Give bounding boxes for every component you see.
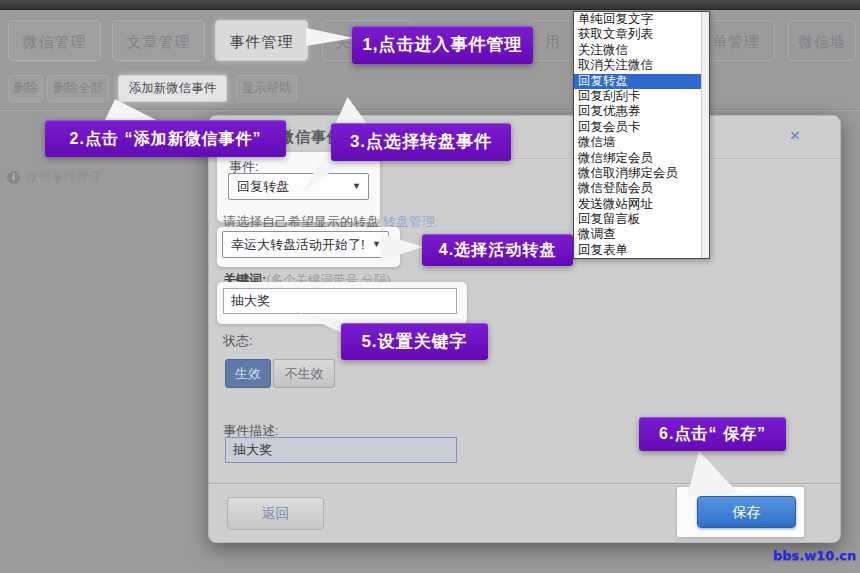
dropdown-option[interactable]: 取消关注微信 xyxy=(574,58,709,73)
back-button[interactable]: 返回 xyxy=(227,497,324,530)
dropdown-option[interactable]: 回复刮刮卡 xyxy=(574,89,709,104)
page-info: i 微信事件管理 xyxy=(7,169,101,186)
dropdown-option[interactable]: 微信登陆会员 xyxy=(574,181,709,196)
window-top-strip xyxy=(0,0,860,10)
event-type-select[interactable]: 回复转盘 ▼ xyxy=(228,173,369,200)
callout-step6: 6.点击“ 保存” xyxy=(639,417,786,451)
chevron-down-icon: ▼ xyxy=(352,174,361,199)
dropdown-option[interactable]: 微信取消绑定会员 xyxy=(574,166,709,181)
save-button[interactable]: 保存 xyxy=(697,496,796,528)
tab-wechat-wall[interactable]: 微信墙 xyxy=(788,20,856,61)
delete-button[interactable]: 删除 xyxy=(8,75,43,102)
show-help-button[interactable]: 显示帮助 xyxy=(236,75,297,102)
event-type-select-value: 回复转盘 xyxy=(237,179,289,194)
dropdown-option[interactable]: 回复转盘 xyxy=(574,74,709,89)
desc-input[interactable]: 抽大奖 xyxy=(225,437,457,463)
delete-all-button[interactable]: 删除全部 xyxy=(47,75,109,102)
status-on-button[interactable]: 生效 xyxy=(225,359,271,388)
callout-step4: 4.选择活动转盘 xyxy=(422,234,573,266)
status-off-button[interactable]: 不生效 xyxy=(273,359,335,388)
event-type-dropdown-list: 单纯回复文字获取文章列表关注微信取消关注微信回复转盘回复刮刮卡回复优惠券回复会员… xyxy=(573,11,710,259)
chevron-down-icon: ▼ xyxy=(372,232,381,257)
callout-step2: 2.点击 “添加新微信事件” xyxy=(45,120,286,157)
callout-step5: 5.设置关键字 xyxy=(341,323,488,360)
callout-step3: 3.点选择转盘事件 xyxy=(331,123,511,161)
dropdown-option[interactable]: 回复优惠券 xyxy=(574,104,709,119)
callout-step1: 1,点击进入事件管理 xyxy=(352,26,533,64)
dropdown-option[interactable]: 获取文章列表 xyxy=(574,27,709,42)
dropdown-option[interactable]: 回复表单 xyxy=(574,243,709,258)
tab-event-manage[interactable]: 事件管理 xyxy=(215,20,308,61)
dropdown-option[interactable]: 微调查 xyxy=(574,227,709,242)
pointer-to-step2 xyxy=(104,99,160,122)
dropdown-option[interactable]: 回复会员卡 xyxy=(574,120,709,135)
dropdown-option[interactable]: 关注微信 xyxy=(574,43,709,58)
tab-article-manage[interactable]: 文章管理 xyxy=(112,20,205,61)
dropdown-option[interactable]: 回复留言板 xyxy=(574,212,709,227)
pointer-to-step3-top xyxy=(335,97,368,125)
dropdown-scrollbar[interactable] xyxy=(701,12,709,258)
dropdown-option[interactable]: 微信墙 xyxy=(574,135,709,150)
info-icon: i xyxy=(7,171,20,184)
wheel-select-value: 幸运大转盘活动开始了! xyxy=(231,237,365,252)
dropdown-option[interactable]: 发送微站网址 xyxy=(574,197,709,212)
add-event-button[interactable]: 添加新微信事件 xyxy=(118,75,227,102)
close-icon[interactable]: × xyxy=(790,126,800,146)
keyword-input[interactable]: 抽大奖 xyxy=(223,288,457,314)
dropdown-option[interactable]: 单纯回复文字 xyxy=(574,12,709,27)
wheel-select[interactable]: 幸运大转盘活动开始了! ▼ xyxy=(222,231,389,258)
status-field-label: 状态: xyxy=(223,332,253,350)
dialog-footer-divider xyxy=(209,483,840,484)
event-type-options: 单纯回复文字获取文章列表关注微信取消关注微信回复转盘回复刮刮卡回复优惠券回复会员… xyxy=(574,12,709,258)
dropdown-option[interactable]: 微信绑定会员 xyxy=(574,151,709,166)
add-event-dialog: 添加新微信事件 × 事件: 回复转盘 ▼ 请选择自己希望显示的转盘 转盘管理: … xyxy=(208,115,841,543)
page-info-label: 微信事件管理 xyxy=(26,169,101,186)
tab-wechat-manage[interactable]: 微信管理 xyxy=(8,20,101,61)
watermark: bbs.w10.cn xyxy=(773,548,856,563)
